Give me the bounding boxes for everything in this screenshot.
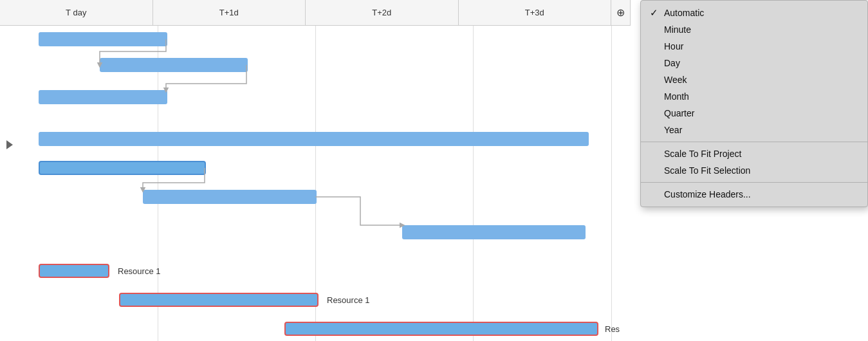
menu-item-quarter[interactable]: Quarter <box>641 105 867 122</box>
gantt-bar-3[interactable] <box>39 90 167 104</box>
header-col-t1d: T+1d <box>153 0 306 25</box>
header-col-t3d: T+3d <box>459 0 612 25</box>
gantt-bar-5-selected[interactable] <box>39 161 206 175</box>
checkmark-automatic: ✓ <box>650 7 658 19</box>
gantt-bar-1[interactable] <box>39 32 167 46</box>
header-col-t2d: T+2d <box>306 0 459 25</box>
resource-label-3: Res <box>605 324 620 334</box>
menu-item-week[interactable]: Week <box>641 71 867 88</box>
resource-label-1: Resource 1 <box>118 266 160 276</box>
menu-item-hour[interactable]: Hour <box>641 38 867 55</box>
menu-item-scale-fit-selection[interactable]: Scale To Fit Selection <box>641 162 867 179</box>
menu-divider-1 <box>641 142 867 142</box>
menu-item-day[interactable]: Day <box>641 55 867 71</box>
header-col-tday: T day <box>0 0 153 25</box>
menu-item-customize-headers[interactable]: Customize Headers... <box>641 186 867 203</box>
gantt-body: Resource 1 Resource 1 Res <box>0 26 631 341</box>
resource-label-2: Resource 1 <box>327 295 369 305</box>
gantt-bar-4[interactable] <box>39 132 589 146</box>
collapse-arrow[interactable] <box>6 140 13 149</box>
gantt-bar-resource-2[interactable] <box>119 293 319 307</box>
add-column-button[interactable]: ⊕ <box>611 0 631 25</box>
gantt-bar-2[interactable] <box>100 58 248 72</box>
gantt-header: T day T+1d T+2d T+3d ⊕ <box>0 0 631 26</box>
gantt-bar-resource-1[interactable] <box>39 264 109 278</box>
gantt-bar-7[interactable] <box>402 225 586 239</box>
menu-item-month[interactable]: Month <box>641 88 867 105</box>
menu-item-automatic[interactable]: ✓ Automatic <box>641 5 867 21</box>
menu-divider-2 <box>641 182 867 183</box>
menu-item-year[interactable]: Year <box>641 122 867 138</box>
grid-line-4 <box>611 26 612 341</box>
gantt-bar-resource-3[interactable] <box>284 322 598 336</box>
gantt-area: T day T+1d T+2d T+3d ⊕ Resourc <box>0 0 631 341</box>
menu-item-scale-fit-project[interactable]: Scale To Fit Project <box>641 145 867 162</box>
grid-line-3 <box>473 26 474 341</box>
menu-item-minute[interactable]: Minute <box>641 21 867 38</box>
dropdown-menu: ✓ Automatic Minute Hour Day Week Month Q… <box>640 0 868 207</box>
gantt-bar-6[interactable] <box>143 190 317 204</box>
